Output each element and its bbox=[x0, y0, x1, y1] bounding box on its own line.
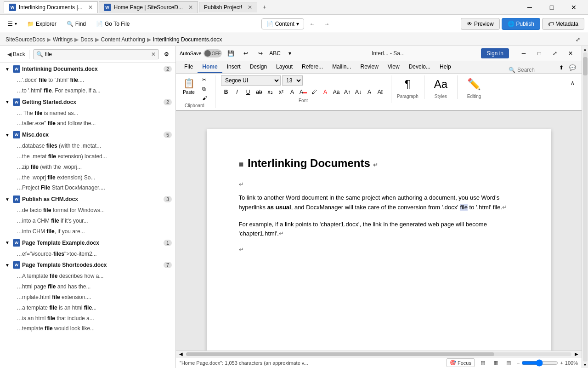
forward-nav-button[interactable]: → bbox=[321, 17, 334, 30]
new-tab-button[interactable]: ＋ bbox=[258, 1, 271, 14]
breadcrumb-item-2[interactable]: Docs bbox=[80, 36, 93, 43]
share-button[interactable]: ⬆ bbox=[556, 62, 567, 73]
undo-button[interactable]: ↩ bbox=[240, 48, 251, 59]
find-button[interactable]: 🔍 Find bbox=[62, 18, 90, 29]
tree-toggle-misc[interactable]: ▼ bbox=[4, 131, 11, 138]
publish-button[interactable]: 🌐 Publish bbox=[502, 18, 540, 30]
tab-1-close[interactable]: ✕ bbox=[88, 4, 93, 11]
tree-item-getting-started-header[interactable]: ▼ W Getting Started.docx 2 bbox=[0, 96, 175, 108]
styles-button[interactable]: Aa bbox=[430, 75, 452, 93]
shrink-font-button[interactable]: A↓ bbox=[353, 87, 363, 97]
tree-item-interlinking-header[interactable]: ▼ W Interlinking Documents.docx 2 bbox=[0, 63, 175, 75]
list-item[interactable]: … The file is named as... bbox=[13, 108, 175, 119]
explorer-button[interactable]: 📁 Explorer bbox=[23, 18, 61, 29]
list-item[interactable]: …de facto file format for Windows... bbox=[13, 205, 175, 216]
subscript-button[interactable]: x₂ bbox=[265, 87, 275, 97]
strikethrough-button[interactable]: ab bbox=[254, 87, 264, 97]
list-item[interactable]: …into CHM file, if you are... bbox=[13, 226, 175, 237]
tree-item-page-template-example-header[interactable]: ▼ W Page Template Example.docx 1 bbox=[0, 237, 175, 249]
tree-toggle-interlinking[interactable]: ▼ bbox=[4, 65, 11, 73]
font-size-select[interactable]: 13 bbox=[282, 75, 303, 86]
content-dropdown[interactable]: 📄 Content ▾ bbox=[261, 18, 304, 29]
tab-insert[interactable]: Insert bbox=[222, 61, 245, 73]
tree-toggle-page-template-example[interactable]: ▼ bbox=[4, 239, 11, 247]
breadcrumb-item-1[interactable]: Writings bbox=[53, 36, 73, 43]
maximize-button[interactable]: □ bbox=[541, 1, 562, 14]
font-family-select[interactable]: Segoe UI bbox=[221, 75, 281, 86]
minimize-button[interactable]: ─ bbox=[519, 1, 540, 14]
preview-button[interactable]: 👁 Preview bbox=[461, 18, 500, 30]
filter-button[interactable]: ⚙ bbox=[161, 49, 172, 60]
search-input[interactable] bbox=[45, 51, 149, 58]
tree-item-misc-header[interactable]: ▼ W Misc.docx 5 bbox=[0, 129, 175, 141]
view-read-mode-button[interactable]: ▤ bbox=[504, 358, 513, 368]
back-button[interactable]: ◀ Back bbox=[4, 50, 29, 59]
list-item[interactable]: …the .metat file extension) located... bbox=[13, 151, 175, 162]
list-item[interactable]: …database files (with the .metat... bbox=[13, 141, 175, 151]
scroll-down-button[interactable]: ▼ bbox=[583, 362, 588, 367]
tab-layout[interactable]: Layout bbox=[271, 61, 297, 73]
list-item[interactable]: …the .woprj file extension) So... bbox=[13, 172, 175, 183]
tab-review[interactable]: Review bbox=[356, 61, 383, 73]
search-clear-button[interactable]: ✕ bbox=[151, 51, 156, 58]
list-item[interactable]: …Project File Start DocxManager.... bbox=[13, 183, 175, 193]
tab-2-close[interactable]: ✕ bbox=[188, 4, 193, 11]
tab-help[interactable]: Help bbox=[435, 61, 456, 73]
ribbon-maximize[interactable]: ⤢ bbox=[548, 48, 562, 58]
list-item[interactable]: …'.docx' file to '.html' file.... bbox=[13, 75, 175, 86]
sign-in-button[interactable]: Sign in bbox=[481, 48, 509, 58]
autosave-toggle[interactable]: OFF bbox=[204, 49, 222, 58]
list-item[interactable]: …zip file (with the .woprj... bbox=[13, 162, 175, 172]
list-item[interactable]: …taller.exe" file and follow the... bbox=[13, 118, 175, 129]
metadata-button[interactable]: 🏷 Metadata bbox=[542, 18, 584, 30]
close-button[interactable]: ✕ bbox=[563, 1, 584, 14]
scroll-up-button[interactable]: ▲ bbox=[583, 47, 588, 52]
hamburger-menu[interactable]: ☰ ▾ bbox=[4, 18, 21, 29]
italic-button[interactable]: I bbox=[232, 87, 242, 97]
go-to-file-button[interactable]: 📄 Go To File bbox=[92, 18, 134, 29]
zoom-slider[interactable] bbox=[521, 359, 558, 367]
underline-button[interactable]: U bbox=[243, 87, 253, 97]
editing-button[interactable]: ✏️ bbox=[463, 75, 485, 93]
check-spelling-button[interactable]: ABC bbox=[270, 48, 281, 59]
ribbon-dropdown[interactable]: ▾ bbox=[284, 48, 295, 59]
redo-button[interactable]: ↪ bbox=[255, 48, 266, 59]
tab-developer[interactable]: Develo... bbox=[404, 61, 435, 73]
tab-home[interactable]: Home bbox=[198, 61, 222, 73]
ribbon-minimize[interactable]: ─ bbox=[516, 48, 531, 58]
highlight-button[interactable]: 🖊 bbox=[309, 87, 319, 97]
ribbon-restore[interactable]: □ bbox=[532, 48, 547, 58]
tree-toggle-page-template-shortcodes[interactable]: ▼ bbox=[4, 261, 11, 269]
list-item[interactable]: …is an html file that include a... bbox=[13, 313, 175, 324]
breadcrumb-item-0[interactable]: SiteSourceDocs bbox=[6, 36, 45, 43]
zoom-in-button[interactable]: + bbox=[560, 360, 563, 366]
char-shading-button[interactable]: A bbox=[364, 87, 374, 97]
zoom-out-button[interactable]: − bbox=[517, 360, 520, 366]
list-item[interactable]: …into a CHM file if it's your... bbox=[13, 216, 175, 226]
save-button[interactable]: 💾 bbox=[226, 48, 237, 59]
tab-references[interactable]: Refere... bbox=[297, 61, 328, 73]
focus-button[interactable]: 🎯 Focus bbox=[447, 358, 475, 367]
breadcrumb-expand-button[interactable]: ⤢ bbox=[573, 35, 582, 44]
tree-item-publish-chm-header[interactable]: ▼ W Publish as CHM.docx 3 bbox=[0, 193, 175, 205]
view-print-layout-button[interactable]: ▤ bbox=[478, 358, 487, 368]
scroll-left-button[interactable]: ◀ bbox=[178, 352, 184, 356]
scroll-right-button[interactable]: ▶ bbox=[573, 352, 580, 356]
tab-2[interactable]: W Home Page | SiteSourceD... ✕ bbox=[99, 1, 198, 13]
list-item[interactable]: …to '.html' file. For example, if a... bbox=[13, 86, 175, 96]
tab-3[interactable]: Publish Project! ✕ bbox=[199, 2, 257, 12]
list-item[interactable]: …ef="#source-files">toc-item2... bbox=[13, 249, 175, 259]
list-item[interactable]: …template file would look like... bbox=[13, 323, 175, 334]
list-item[interactable]: …mplate.html file extension.... bbox=[13, 292, 175, 303]
paste-button[interactable]: 📋 Paste bbox=[180, 75, 198, 97]
font-color-button[interactable]: A▬ bbox=[298, 87, 308, 97]
tab-3-close[interactable]: ✕ bbox=[248, 4, 252, 11]
grow-font-button[interactable]: A↑ bbox=[342, 87, 352, 97]
tab-design[interactable]: Design bbox=[245, 61, 271, 73]
cut-button[interactable]: ✂ bbox=[200, 75, 209, 84]
tree-item-page-template-shortcodes-header[interactable]: ▼ W Page Template Shortcodes.docx 7 bbox=[0, 259, 175, 271]
list-item[interactable]: …a template file is an html file... bbox=[13, 303, 175, 313]
breadcrumb-item-3[interactable]: Content Authoring bbox=[101, 36, 145, 43]
tree-toggle-publish-chm[interactable]: ▼ bbox=[4, 196, 11, 203]
copy-button[interactable]: ⧉ bbox=[200, 85, 209, 93]
